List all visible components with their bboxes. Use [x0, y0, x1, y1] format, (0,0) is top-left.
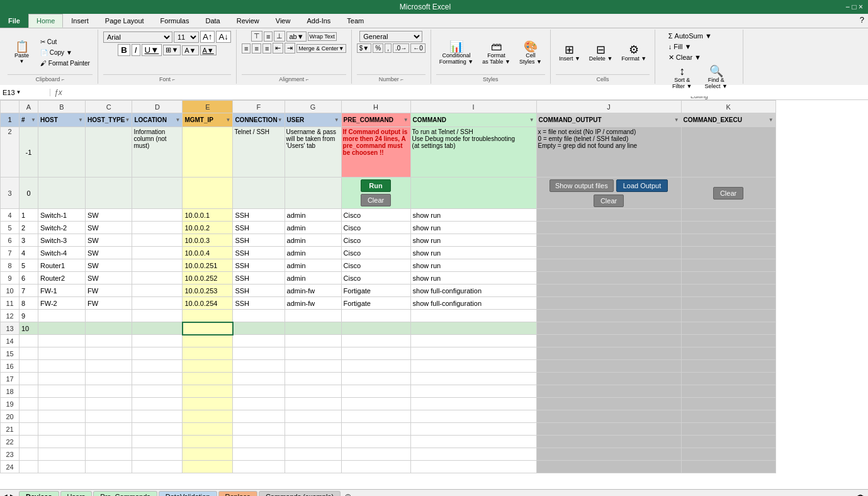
- cell-i4[interactable]: show run: [410, 209, 536, 222]
- align-top-button[interactable]: ⊤: [251, 31, 262, 42]
- cell-f11[interactable]: SSH: [233, 297, 285, 310]
- cell-k9[interactable]: [681, 272, 775, 285]
- cell-c6[interactable]: SW: [86, 234, 132, 247]
- cell-c9[interactable]: SW: [86, 272, 132, 285]
- sheet-tab-devices[interactable]: Devices: [19, 491, 59, 497]
- cell-j6[interactable]: [536, 234, 681, 247]
- decrease-font-button[interactable]: A↓: [216, 31, 231, 43]
- cell-a11[interactable]: 8: [20, 297, 38, 310]
- cell-e10[interactable]: 10.0.0.253: [183, 285, 233, 297]
- cell-b9[interactable]: Router2: [38, 272, 86, 285]
- cell-b7[interactable]: Switch-4: [38, 247, 86, 259]
- tab-formulas[interactable]: Formulas: [152, 14, 198, 28]
- cell-c1[interactable]: HOST_TYPE ▼: [86, 113, 132, 127]
- cell-i2[interactable]: To run at Telnet / SSHUse Debug mode for…: [410, 127, 536, 178]
- cell-d10[interactable]: [132, 285, 183, 297]
- cut-button[interactable]: ✂ Cut: [38, 37, 93, 47]
- cell-f12[interactable]: [233, 310, 285, 322]
- cell-b1[interactable]: HOST ▼: [38, 113, 86, 127]
- cell-j3[interactable]: Show output files Load Output Clear: [536, 178, 681, 209]
- col-header-h[interactable]: H: [341, 101, 410, 113]
- tab-addins[interactable]: Add-Ins: [298, 14, 339, 28]
- comma-button[interactable]: ,: [385, 43, 392, 53]
- tab-home[interactable]: Home: [28, 14, 63, 28]
- cell-e3[interactable]: [183, 178, 233, 209]
- cell-b12[interactable]: [38, 310, 86, 322]
- col-header-k[interactable]: K: [681, 101, 775, 113]
- col-header-b[interactable]: B: [38, 101, 86, 113]
- formula-input[interactable]: [66, 89, 868, 96]
- cell-h1[interactable]: PRE_COMMAND ▼: [341, 113, 410, 127]
- cell-a9[interactable]: 6: [20, 272, 38, 285]
- scroll-left-button[interactable]: ◀: [855, 493, 860, 496]
- tab-team[interactable]: Team: [339, 14, 372, 28]
- cell-i9[interactable]: show run: [410, 272, 536, 285]
- col-header-a[interactable]: A: [20, 101, 38, 113]
- cell-f9[interactable]: SSH: [233, 272, 285, 285]
- cell-e9[interactable]: 10.0.0.252: [183, 272, 233, 285]
- cell-c3[interactable]: [86, 178, 132, 209]
- cell-i10[interactable]: show full-configuration: [410, 285, 536, 297]
- cell-h10[interactable]: Fortigate: [341, 285, 410, 297]
- percent-button[interactable]: %: [373, 43, 383, 53]
- cell-g12[interactable]: [285, 310, 341, 322]
- cell-b4[interactable]: Switch-1: [38, 209, 86, 222]
- cell-j13[interactable]: [536, 322, 681, 335]
- cell-d9[interactable]: [132, 272, 183, 285]
- cell-g4[interactable]: admin: [285, 209, 341, 222]
- cell-k12[interactable]: [681, 310, 775, 322]
- cell-h6[interactable]: Cisco: [341, 234, 410, 247]
- cell-b6[interactable]: Switch-3: [38, 234, 86, 247]
- cell-g7[interactable]: admin: [285, 247, 341, 259]
- format-painter-button[interactable]: 🖌 Format Painter: [38, 59, 93, 68]
- cell-j7[interactable]: [536, 247, 681, 259]
- cell-a10[interactable]: 7: [20, 285, 38, 297]
- cell-c7[interactable]: SW: [86, 247, 132, 259]
- cell-b5[interactable]: Switch-2: [38, 222, 86, 234]
- col-header-i[interactable]: I: [410, 101, 536, 113]
- cell-h4[interactable]: Cisco: [341, 209, 410, 222]
- scroll-right-button[interactable]: ▶: [860, 493, 865, 496]
- cell-h8[interactable]: Cisco: [341, 259, 410, 272]
- cell-d7[interactable]: [132, 247, 183, 259]
- align-middle-button[interactable]: ≡: [264, 31, 273, 42]
- clear-button[interactable]: ✕ Clear ▼: [667, 52, 703, 63]
- cell-f3[interactable]: [233, 178, 285, 209]
- font-size-select[interactable]: 11: [174, 31, 199, 43]
- cell-i6[interactable]: show run: [410, 234, 536, 247]
- cell-c5[interactable]: SW: [86, 222, 132, 234]
- cell-g5[interactable]: admin: [285, 222, 341, 234]
- help-button[interactable]: ?: [856, 14, 868, 28]
- number-format-select[interactable]: General: [359, 31, 422, 42]
- format-button[interactable]: ⚙ Format ▼: [618, 42, 650, 64]
- font-select[interactable]: Arial: [103, 31, 172, 43]
- align-bottom-button[interactable]: ⊥: [274, 31, 285, 42]
- cell-e6[interactable]: 10.0.0.3: [183, 234, 233, 247]
- cell-d13[interactable]: [132, 322, 183, 335]
- cell-a12[interactable]: 9: [20, 310, 38, 322]
- cell-a8[interactable]: 5: [20, 259, 38, 272]
- cell-i8[interactable]: show run: [410, 259, 536, 272]
- sheet-tab-pre-commands[interactable]: Pre_Commands: [93, 491, 157, 496]
- clear-run-button[interactable]: Clear: [361, 194, 391, 206]
- cell-g10[interactable]: admin-fw: [285, 285, 341, 297]
- cell-g8[interactable]: admin: [285, 259, 341, 272]
- cell-c12[interactable]: [86, 310, 132, 322]
- currency-button[interactable]: $▼: [357, 43, 371, 53]
- col-header-d[interactable]: D: [132, 101, 183, 113]
- border-button[interactable]: ⊞▼: [163, 45, 181, 55]
- cell-c13[interactable]: [86, 322, 132, 335]
- cell-styles-button[interactable]: 🎨 CellStyles ▼: [516, 39, 545, 67]
- cell-reference-box[interactable]: E13 ▼: [0, 89, 50, 96]
- cell-b13[interactable]: [38, 322, 86, 335]
- clear-output-button[interactable]: Clear: [594, 194, 624, 207]
- autosum-button[interactable]: Σ AutoSum ▼: [667, 31, 714, 41]
- next-sheet-button[interactable]: ▶: [10, 493, 15, 496]
- cell-j1[interactable]: COMMAND_OUTPUT ▼: [536, 113, 681, 127]
- orientation-button[interactable]: ab▼: [286, 31, 306, 42]
- cell-f1[interactable]: CONNECTION ▼: [233, 113, 285, 127]
- cell-h3[interactable]: Run Clear: [341, 178, 410, 209]
- cell-h9[interactable]: Cisco: [341, 272, 410, 285]
- sort-filter-button[interactable]: ↕ Sort &Filter ▼: [667, 64, 698, 91]
- cell-a6[interactable]: 3: [20, 234, 38, 247]
